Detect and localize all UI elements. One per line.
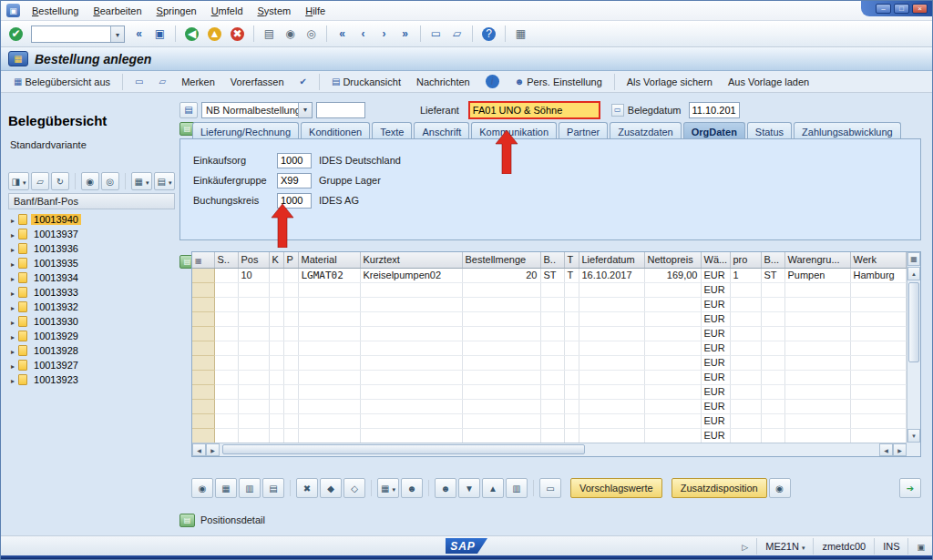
column-header[interactable]: Nettopreis <box>644 252 701 268</box>
cell[interactable] <box>730 428 761 443</box>
cell[interactable]: EUR <box>701 355 730 370</box>
cell[interactable] <box>761 311 784 326</box>
unlock-item-icon[interactable]: ◇ <box>343 478 365 498</box>
cell[interactable] <box>238 413 269 428</box>
cell[interactable] <box>269 268 283 282</box>
cell[interactable] <box>360 399 462 413</box>
row-select-cell[interactable] <box>192 268 214 282</box>
export-icon[interactable]: ➔ <box>899 478 921 498</box>
cell[interactable] <box>579 311 644 326</box>
column-header[interactable]: Kurztext <box>360 252 462 268</box>
cell[interactable] <box>730 326 761 341</box>
cell[interactable] <box>360 428 462 443</box>
cell[interactable] <box>283 297 298 311</box>
cell[interactable] <box>238 399 269 413</box>
cell[interactable] <box>540 282 564 297</box>
cell[interactable] <box>540 326 564 341</box>
cell[interactable] <box>283 268 298 282</box>
row-select-cell[interactable] <box>192 355 214 370</box>
cell[interactable] <box>269 341 283 355</box>
cell[interactable]: ST <box>761 268 784 282</box>
table-row[interactable]: EUR <box>192 428 907 443</box>
transaction-field[interactable]: ME21N <box>765 541 805 552</box>
find-item-icon[interactable]: ◉ <box>191 478 213 498</box>
previous-page-icon[interactable]: ‹ <box>354 25 373 44</box>
cell[interactable]: T <box>564 268 579 282</box>
column-header[interactable]: K <box>269 252 283 268</box>
horizontal-scroll-track[interactable] <box>220 443 879 456</box>
column-header[interactable]: B.. <box>540 252 564 268</box>
cell[interactable] <box>462 355 540 370</box>
cell[interactable] <box>730 297 761 311</box>
cell[interactable] <box>850 428 907 443</box>
cell[interactable] <box>850 370 907 384</box>
cell[interactable] <box>269 413 283 428</box>
cell[interactable] <box>238 282 269 297</box>
views-icon[interactable]: ▦ <box>131 172 152 190</box>
cell[interactable]: EUR <box>701 326 730 341</box>
cell[interactable] <box>761 341 784 355</box>
create-document-icon[interactable]: ▭ <box>128 72 150 91</box>
select-all-cell[interactable] <box>192 252 214 268</box>
cell[interactable]: Pumpen <box>784 268 850 282</box>
system-menu-icon[interactable] <box>6 4 20 17</box>
cell[interactable] <box>214 311 238 326</box>
cell[interactable] <box>564 297 579 311</box>
cell[interactable] <box>761 282 784 297</box>
cell[interactable] <box>360 297 462 311</box>
tab[interactable]: Texte <box>372 122 412 139</box>
cell[interactable] <box>784 413 850 428</box>
cell[interactable] <box>269 355 283 370</box>
dropdown-arrow-icon[interactable] <box>802 541 805 552</box>
cell[interactable] <box>850 326 907 341</box>
cell[interactable] <box>214 297 238 311</box>
cell[interactable] <box>238 326 269 341</box>
next-page-icon[interactable]: › <box>374 25 394 44</box>
column-header[interactable]: Wä... <box>701 252 730 268</box>
delete-item-icon[interactable]: ✖ <box>296 478 318 498</box>
cell[interactable] <box>540 399 564 413</box>
cell[interactable] <box>238 370 269 384</box>
cell[interactable] <box>761 399 784 413</box>
cell[interactable] <box>540 384 564 399</box>
cell[interactable] <box>238 341 269 355</box>
cell[interactable]: EUR <box>701 268 730 282</box>
tree-item[interactable]: 10013933 <box>8 285 175 300</box>
park-button[interactable]: Vorerfassen <box>223 72 292 91</box>
expander-icon[interactable] <box>11 214 15 225</box>
cell[interactable] <box>298 399 360 413</box>
back-icon[interactable]: ◀ <box>181 25 202 44</box>
expander-icon[interactable] <box>11 272 15 283</box>
insert-mode-field[interactable]: INS <box>883 541 899 552</box>
cell[interactable]: EUR <box>701 311 730 326</box>
first-page-icon[interactable]: « <box>333 25 352 44</box>
expander-icon[interactable] <box>11 345 15 356</box>
cell[interactable] <box>269 370 283 384</box>
customize-layout-icon[interactable]: ▦ <box>511 25 530 44</box>
expander-icon[interactable] <box>11 331 15 341</box>
minimize-button[interactable]: – <box>876 4 891 14</box>
cell[interactable] <box>540 428 564 443</box>
cell[interactable] <box>360 413 462 428</box>
column-header[interactable]: T <box>564 252 579 268</box>
cell[interactable] <box>540 297 564 311</box>
save-as-template-button[interactable]: Als Vorlage sichern <box>620 72 720 91</box>
cell[interactable]: EUR <box>701 384 730 399</box>
cell[interactable] <box>283 311 298 326</box>
cell[interactable] <box>644 341 701 355</box>
cell[interactable] <box>540 355 564 370</box>
cell[interactable] <box>462 297 540 311</box>
cell[interactable] <box>730 341 761 355</box>
cell[interactable] <box>298 370 360 384</box>
cell[interactable] <box>579 341 644 355</box>
scroll-left-icon[interactable] <box>192 443 206 456</box>
cell[interactable]: EUR <box>701 413 730 428</box>
tree-item[interactable]: 10013940 <box>8 212 175 227</box>
cell[interactable] <box>564 355 579 370</box>
refresh-icon[interactable]: ↻ <box>51 172 69 190</box>
item-overview-icon[interactable]: ▦ <box>215 478 237 498</box>
cell[interactable] <box>283 326 298 341</box>
expander-icon[interactable] <box>11 360 15 371</box>
cell[interactable] <box>730 282 761 297</box>
table-row[interactable]: EUR <box>192 282 907 297</box>
